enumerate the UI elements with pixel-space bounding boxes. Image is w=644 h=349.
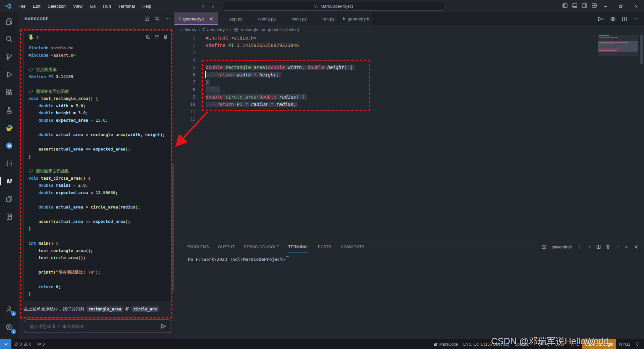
- tab-config.py[interactable]: config.py: [247, 12, 280, 25]
- button-customize-layout[interactable]: [591, 3, 597, 10]
- activity-item-braces[interactable]: [0, 155, 18, 172]
- activity-item-ai-chat[interactable]: Ai: [0, 137, 18, 155]
- menu-run[interactable]: Run: [99, 0, 115, 12]
- restore-button[interactable]: [613, 0, 629, 12]
- trash-icon[interactable]: [605, 244, 610, 249]
- split-terminal-icon[interactable]: [596, 244, 601, 249]
- layers-icon: [5, 195, 13, 203]
- tab-geometry.h[interactable]: hgeometry.h: [339, 12, 373, 25]
- activity-item-layers[interactable]: [0, 190, 18, 208]
- copy-icon[interactable]: [146, 34, 151, 39]
- code-line: #include <assert.h>: [29, 52, 171, 59]
- close-icon[interactable]: [634, 244, 639, 249]
- sidebar-header: MARSCODE: [18, 12, 174, 25]
- activity-item-source-control[interactable]: [0, 48, 18, 66]
- line-content: ····return width * height;: [206, 71, 281, 78]
- menu-edit[interactable]: Edit: [29, 0, 44, 12]
- panel-tab-debug-console[interactable]: DEBUG CONSOLE: [244, 241, 279, 252]
- breadcrumb-item[interactable]: rectangle_area(double, double): [241, 27, 299, 32]
- sidebar-scrollbar[interactable]: [172, 164, 174, 292]
- warning-icon: [23, 342, 28, 346]
- panel-tab-ports[interactable]: PORTS: [318, 241, 332, 252]
- history-icon[interactable]: [155, 16, 160, 21]
- menu-help[interactable]: Help: [139, 0, 155, 12]
- activity-item-marscode[interactable]: M: [0, 172, 18, 190]
- activity-item-extensions[interactable]: [0, 83, 18, 101]
- send-icon[interactable]: [160, 323, 167, 330]
- status-problems[interactable]: 00: [11, 339, 34, 349]
- activity-item-run-debug[interactable]: [0, 66, 18, 83]
- code-editor[interactable]: 1#include <stdio.h>2#define PI 3.1415926…: [174, 34, 644, 241]
- more-icon[interactable]: [615, 244, 620, 249]
- status-ports-forwarded[interactable]: 0: [34, 339, 47, 349]
- command-center-search[interactable]: MarsCodeProject: [223, 2, 444, 11]
- sidebar-title: MARSCODE: [24, 17, 49, 21]
- more-icon[interactable]: [165, 16, 170, 21]
- svg-text:M: M: [7, 178, 12, 185]
- chevron-right-icon[interactable]: [211, 4, 215, 9]
- panel-tab-output[interactable]: OUTPUT: [218, 241, 235, 252]
- chevron-down-icon[interactable]: [587, 244, 592, 249]
- code-line: [29, 276, 171, 284]
- breadcrumb-item[interactable]: c_library: [180, 27, 196, 32]
- status-count: 0: [29, 342, 32, 347]
- panel-tab-problems[interactable]: PROBLEMS: [186, 241, 209, 252]
- button-toggle-panel[interactable]: [572, 3, 578, 10]
- code-line: int main() {: [29, 240, 171, 247]
- chat-input[interactable]: [29, 324, 160, 329]
- shell-name[interactable]: powershell: [551, 245, 572, 249]
- panel-tab-terminal[interactable]: TERMINAL: [288, 241, 309, 252]
- python-icon: [5, 124, 13, 132]
- activity-item-settings-gear[interactable]: 1: [0, 318, 18, 336]
- menu-selection[interactable]: Selection: [44, 0, 69, 12]
- close-tab-icon[interactable]: [209, 16, 214, 21]
- activity-item-notebook[interactable]: [0, 208, 18, 226]
- close-window-button[interactable]: [629, 0, 644, 12]
- new-file-icon[interactable]: [163, 34, 168, 39]
- status-marscode[interactable]: MMarsCode: [431, 339, 461, 349]
- terminal-cursor: [286, 256, 289, 262]
- split-editor-icon[interactable]: [622, 16, 627, 22]
- code-line: [29, 196, 171, 204]
- line-number: 6: [174, 71, 196, 78]
- remote-indicator[interactable]: ><: [0, 339, 11, 349]
- tab-main.py[interactable]: main.py: [280, 12, 311, 25]
- chevron-up-icon[interactable]: [624, 244, 629, 249]
- menu-go[interactable]: Go: [86, 0, 99, 12]
- activity-item-search[interactable]: [0, 30, 18, 48]
- activity-item-test-flask[interactable]: [0, 101, 18, 119]
- breadcrumb-item[interactable]: geometry.c: [207, 27, 228, 32]
- tab-app.py[interactable]: app.py: [218, 12, 247, 25]
- line-content: #define PI 3.14159265358979323846: [206, 42, 299, 49]
- status-platform[interactable]: Win32: [616, 339, 633, 349]
- minimap[interactable]: [598, 35, 638, 59]
- new-chat-icon[interactable]: [144, 16, 150, 21]
- run-icon[interactable]: [597, 15, 604, 22]
- panel-tab-comments[interactable]: COMMENTS: [341, 241, 364, 252]
- more-icon[interactable]: [633, 16, 639, 22]
- tab-run.py[interactable]: run.py: [311, 12, 339, 25]
- button-toggle-secondary-sidebar[interactable]: [582, 3, 587, 10]
- menu-view[interactable]: View: [69, 0, 86, 12]
- menu-terminal[interactable]: Terminal: [115, 0, 139, 12]
- svg-text:Ai: Ai: [7, 144, 11, 148]
- tab-geometry.c[interactable]: Cgeometry.c: [174, 12, 218, 25]
- activity-item-account[interactable]: 1: [0, 300, 18, 318]
- python-file-icon: [315, 16, 320, 21]
- editor-scrollbar[interactable]: [640, 35, 643, 64]
- insert-icon[interactable]: [154, 34, 159, 39]
- editor-line: 10····return PI * radius * radius;: [174, 101, 644, 108]
- code-line: return 0;: [29, 284, 171, 291]
- activity-item-python[interactable]: [0, 119, 18, 137]
- menu-file[interactable]: File: [15, 0, 29, 12]
- activity-item-files[interactable]: [0, 12, 18, 30]
- button-toggle-sidebar[interactable]: [562, 3, 568, 10]
- plus-icon[interactable]: [577, 244, 582, 249]
- chevron-left-icon[interactable]: [201, 4, 206, 9]
- terminal[interactable]: PS F:\Work\2023 Tool\MarsCodeProject>: [188, 256, 289, 262]
- settings-gear-icon[interactable]: [610, 16, 616, 22]
- minimize-button[interactable]: [598, 0, 613, 12]
- status-notifications[interactable]: [633, 339, 643, 349]
- chat-code-block: c #include <stdio.h>#include <assert.h> …: [23, 31, 172, 301]
- marscode-sidebar: MARSCODE c #include <stdio.h>#include <a…: [18, 12, 175, 339]
